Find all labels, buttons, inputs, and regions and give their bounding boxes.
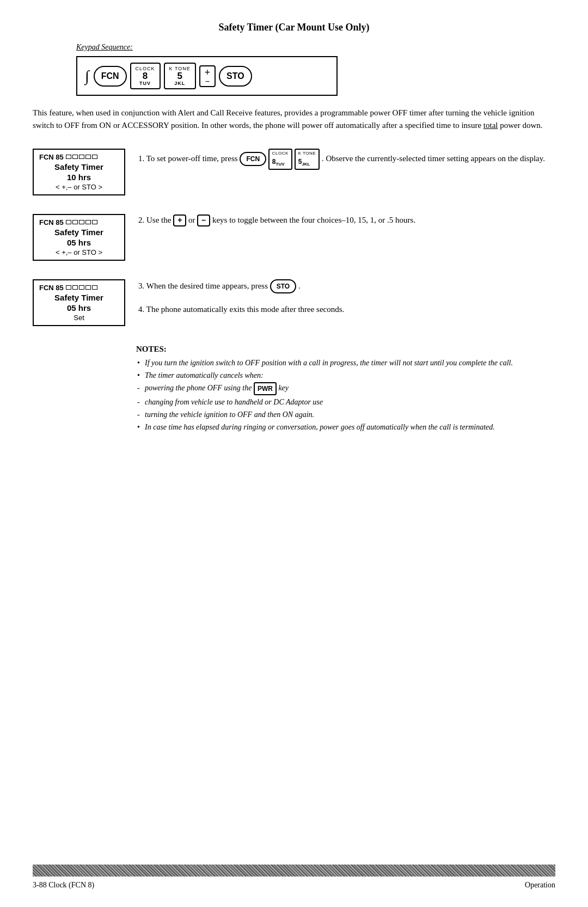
inline-plus-key: +: [173, 215, 186, 226]
lcd1-line1: Safety Timer: [39, 162, 119, 171]
lcd1-line3: < +,– or STO >: [39, 183, 119, 191]
note-item-2: The timer automatically cancels when:: [136, 370, 555, 381]
lcd3-line1: Safety Timer: [39, 293, 119, 302]
lcd2-signal: [66, 220, 97, 224]
step-2-row: FCN 85 Safety Timer 05 hrs < +,– or STO …: [33, 214, 555, 261]
lcd3-top-label: FCN 85: [39, 284, 64, 292]
lcd1-top-label: FCN 85: [39, 153, 64, 161]
step-3-num: 3.: [138, 281, 144, 290]
inline-fcn-key: FCN: [240, 152, 266, 167]
step-3-4-text: 3. When the desired time appears, press …: [138, 279, 555, 316]
notes-list: If you turn the ignition switch to OFF p…: [136, 357, 555, 433]
section-title: Safety Timer (Car Mount Use Only): [33, 22, 555, 33]
lcd1-line2: 10 hrs: [39, 173, 119, 182]
inline-sto-key: STO: [270, 279, 296, 294]
inline-8-key: CLOCK8TUV: [268, 149, 292, 170]
notes-section: NOTES: If you turn the ignition switch t…: [136, 345, 555, 433]
step-3-text: 3. When the desired time appears, press …: [138, 279, 555, 294]
script-icon: ∫: [85, 68, 89, 85]
step-3-row: FCN 85 Safety Timer 05 hrs Set 3. When t…: [33, 279, 555, 326]
step-2-num: 2.: [138, 216, 144, 224]
step-4-num: 4.: [138, 305, 144, 314]
footer-texture: [33, 865, 555, 877]
step-1-row: FCN 85 Safety Timer 10 hrs < +,– or STO …: [33, 149, 555, 195]
inline-minus-key: –: [197, 215, 210, 226]
key-5: K TONE 5 JKL: [164, 63, 196, 89]
step-1-num: 1.: [138, 154, 144, 163]
lcd-display-2: FCN 85 Safety Timer 05 hrs < +,– or STO …: [33, 214, 125, 261]
lcd-display-3: FCN 85 Safety Timer 05 hrs Set: [33, 279, 125, 326]
lcd1-signal: [66, 155, 97, 159]
lcd2-top-label: FCN 85: [39, 218, 64, 226]
fcn-key: FCN: [94, 66, 127, 87]
step-2-text: 2. Use the + or – keys to toggle between…: [138, 214, 555, 226]
keypad-label: Keypad Sequence:: [76, 43, 555, 52]
note-item-4: changing from vehicle use to handheld or…: [136, 396, 555, 408]
lcd2-line3: < +,– or STO >: [39, 248, 119, 256]
lcd-display-1: FCN 85 Safety Timer 10 hrs < +,– or STO …: [33, 149, 125, 195]
note-item-6: In case time has elapsed during ringing …: [136, 421, 555, 433]
footer: 3-88 Clock (FCN 8) Operation: [0, 865, 588, 890]
note-item-5: turning the vehicle ignition to OFF and …: [136, 409, 555, 420]
minus-sign: –: [205, 77, 209, 85]
page: Safety Timer (Car Mount Use Only) Keypad…: [0, 0, 588, 907]
footer-text-row: 3-88 Clock (FCN 8) Operation: [33, 881, 555, 890]
note-item-3: powering the phone OFF using the PWR key: [136, 382, 555, 395]
key-8: CLOCK 8 TUV: [130, 63, 161, 89]
lcd3-signal: [66, 285, 97, 290]
plus-minus-key: + –: [199, 65, 216, 87]
notes-title: NOTES:: [136, 345, 555, 354]
inline-5-key: K TONE5JKL: [295, 149, 320, 170]
footer-left: 3-88 Clock (FCN 8): [33, 881, 94, 890]
step-1-text: 1. To set power-off time, press FCN CLOC…: [138, 149, 555, 170]
plus-sign: +: [205, 68, 210, 77]
lcd3-line3: Set: [39, 314, 119, 322]
footer-right: Operation: [525, 881, 555, 890]
sto-key: STO: [219, 66, 252, 87]
underline-total: total: [483, 121, 498, 130]
lcd3-line2: 05 hrs: [39, 303, 119, 312]
lcd2-line2: 05 hrs: [39, 238, 119, 247]
intro-text: This feature, when used in conjunction w…: [33, 107, 555, 132]
keypad-diagram: ∫ FCN CLOCK 8 TUV K TONE 5 JKL + – STO: [76, 56, 338, 96]
lcd2-line1: Safety Timer: [39, 228, 119, 237]
note-item-1: If you turn the ignition switch to OFF p…: [136, 357, 555, 369]
step-4-text: 4. The phone automatically exits this mo…: [138, 303, 555, 316]
